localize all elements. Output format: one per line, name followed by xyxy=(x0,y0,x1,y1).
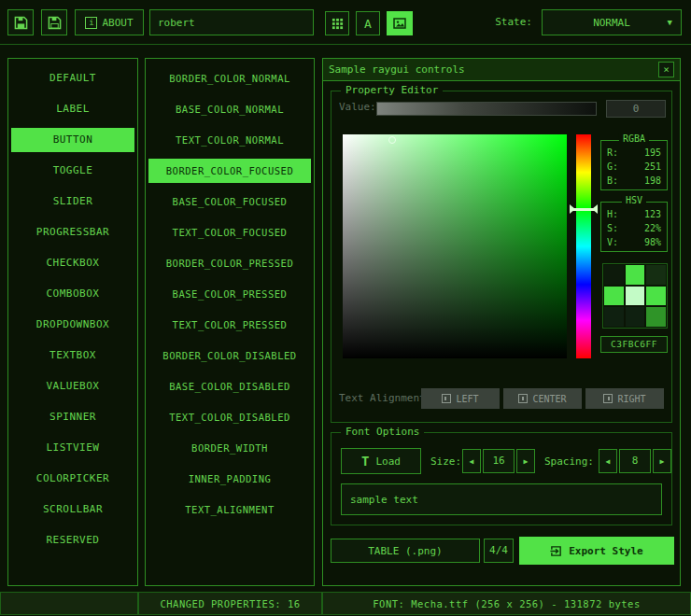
list-item-base-color-disabled[interactable]: BASE_COLOR_DISABLED xyxy=(148,374,311,399)
rguistyler-app: i ABOUT A State: NORMAL ▼ DEFAULTLABELBU… xyxy=(0,0,691,616)
value-slider[interactable] xyxy=(376,102,597,116)
list-item-border-color-normal[interactable]: BORDER_COLOR_NORMAL xyxy=(148,66,311,91)
h-value: 123 xyxy=(644,207,661,221)
spacing-increment-button[interactable]: ▶ xyxy=(653,449,671,473)
rgba-values-box: RGBA R:195 G:251 B:198 xyxy=(600,140,668,190)
list-item-listview[interactable]: LISTVIEW xyxy=(11,436,134,460)
load-font-label: Load xyxy=(375,455,401,468)
r-label: R: xyxy=(607,146,618,160)
about-button[interactable]: i ABOUT xyxy=(75,9,144,35)
list-item-dropdownbox[interactable]: DROPDOWNBOX xyxy=(11,313,134,337)
list-item-label[interactable]: LABEL xyxy=(11,97,134,121)
list-item-checkbox[interactable]: CHECKBOX xyxy=(11,251,134,275)
list-item-textbox[interactable]: TEXTBOX xyxy=(11,343,134,368)
list-item-base-color-focused[interactable]: BASE_COLOR_FOCUSED xyxy=(148,189,311,214)
close-icon[interactable]: × xyxy=(658,62,674,77)
palette-cell[interactable] xyxy=(646,307,666,327)
list-item-scrollbar[interactable]: SCROLLBAR xyxy=(11,497,134,522)
hsv-title: HSV xyxy=(622,195,646,205)
list-item-border-color-focused[interactable]: BORDER_COLOR_FOCUSED xyxy=(148,159,311,183)
list-item-base-color-normal[interactable]: BASE_COLOR_NORMAL xyxy=(148,97,311,121)
list-item-text-color-disabled[interactable]: TEXT_COLOR_DISABLED xyxy=(148,405,311,429)
color-picker-panel[interactable] xyxy=(343,134,567,358)
save-style-button[interactable] xyxy=(41,9,67,35)
status-left-segment xyxy=(0,592,138,615)
v-value: 98% xyxy=(644,235,661,249)
r-value: 195 xyxy=(644,146,661,160)
size-decrement-button[interactable]: ◀ xyxy=(462,449,481,473)
value-box[interactable]: 0 xyxy=(606,100,666,118)
list-item-valuebox[interactable]: VALUEBOX xyxy=(11,374,134,399)
hue-slider-handle[interactable] xyxy=(570,208,598,211)
align-left-button[interactable]: LEFT xyxy=(421,388,500,409)
list-item-border-color-disabled[interactable]: BORDER_COLOR_DISABLED xyxy=(148,343,311,368)
list-item-spinner[interactable]: SPINNER xyxy=(11,405,134,429)
spacing-decrement-button[interactable]: ◀ xyxy=(599,449,617,473)
s-label: S: xyxy=(607,221,618,235)
style-name-input[interactable] xyxy=(149,9,314,35)
hex-color-value[interactable]: C3FBC6FF xyxy=(600,336,668,353)
palette-cell[interactable] xyxy=(626,287,645,306)
list-item-border-color-pressed[interactable]: BORDER_COLOR_PRESSED xyxy=(148,251,311,275)
properties-list-panel: BORDER_COLOR_NORMALBASE_COLOR_NORMALTEXT… xyxy=(145,58,315,586)
style-color-palette xyxy=(602,263,668,329)
align-center-button[interactable]: CENTER xyxy=(503,388,582,409)
spacing-value-box[interactable]: 8 xyxy=(619,449,651,473)
spacing-label: Spacing: xyxy=(544,455,594,468)
export-style-button[interactable]: Export Style xyxy=(519,537,674,565)
list-item-colorpicker[interactable]: COLORPICKER xyxy=(11,467,134,491)
window-title: Sample raygui controls xyxy=(329,63,658,76)
list-item-default[interactable]: DEFAULT xyxy=(11,66,134,91)
about-button-label: ABOUT xyxy=(102,17,133,29)
list-item-inner-padding[interactable]: INNER_PADDING xyxy=(148,467,311,491)
text-alignment-label: Text Alignment: xyxy=(339,392,431,404)
window-titlebar[interactable]: Sample raygui controls × xyxy=(323,59,680,81)
palette-cell[interactable] xyxy=(646,265,666,285)
palette-cell[interactable] xyxy=(626,307,645,327)
palette-cell[interactable] xyxy=(626,265,645,285)
arrow-left-icon: ◀ xyxy=(470,457,474,466)
palette-cell[interactable] xyxy=(646,287,666,306)
b-label: B: xyxy=(607,174,618,188)
palette-cell[interactable] xyxy=(604,265,624,285)
hue-bar[interactable] xyxy=(576,134,591,358)
v-label: V: xyxy=(607,235,618,249)
sample-controls-window: Sample raygui controls × Property Editor… xyxy=(322,58,681,586)
color-picker-cursor[interactable] xyxy=(388,136,396,144)
list-item-combobox[interactable]: COMBOBOX xyxy=(11,282,134,306)
b-value: 198 xyxy=(644,174,661,188)
font-options-title: Font Options xyxy=(341,426,424,438)
size-value-box[interactable]: 16 xyxy=(483,449,515,473)
font-options-group: Font Options T Load Size: ◀ 16 ▶ Spacing… xyxy=(331,432,672,525)
list-item-toggle[interactable]: TOGGLE xyxy=(11,159,134,183)
font-atlas-button[interactable]: A xyxy=(356,11,380,35)
list-item-text-alignment[interactable]: TEXT_ALIGNMENT xyxy=(148,497,311,522)
export-format-label: TABLE (.png) xyxy=(368,545,442,557)
control-preview-button[interactable] xyxy=(387,11,413,35)
list-item-slider[interactable]: SLIDER xyxy=(11,189,134,214)
list-item-reserved[interactable]: RESERVED xyxy=(11,528,134,553)
palette-cell[interactable] xyxy=(604,307,624,327)
text-t-icon: T xyxy=(361,454,369,469)
style-table-button[interactable] xyxy=(325,11,349,35)
list-item-border-width[interactable]: BORDER_WIDTH xyxy=(148,436,311,460)
palette-cell[interactable] xyxy=(604,287,624,306)
list-item-button[interactable]: BUTTON xyxy=(11,128,134,152)
list-item-text-color-normal[interactable]: TEXT_COLOR_NORMAL xyxy=(148,128,311,152)
hsv-values-box: HSV H:123 S:22% V:98% xyxy=(600,202,668,252)
s-value: 22% xyxy=(644,221,661,235)
status-font-info: FONT: Mecha.ttf (256 x 256) - 131872 byt… xyxy=(322,592,691,615)
load-font-button[interactable]: T Load xyxy=(341,448,421,474)
align-right-button[interactable]: RIGHT xyxy=(585,388,664,409)
export-style-label: Export Style xyxy=(569,545,642,557)
value-label: Value: xyxy=(339,101,376,113)
list-item-text-color-focused[interactable]: TEXT_COLOR_FOCUSED xyxy=(148,220,311,245)
sample-text-input[interactable] xyxy=(341,483,662,515)
list-item-base-color-pressed[interactable]: BASE_COLOR_PRESSED xyxy=(148,282,311,306)
state-dropdown[interactable]: NORMAL ▼ xyxy=(542,9,682,35)
list-item-progressbar[interactable]: PROGRESSBAR xyxy=(11,220,134,245)
load-style-button[interactable] xyxy=(7,9,34,35)
export-format-button[interactable]: TABLE (.png) xyxy=(331,539,480,563)
list-item-text-color-pressed[interactable]: TEXT_COLOR_PRESSED xyxy=(148,313,311,337)
size-increment-button[interactable]: ▶ xyxy=(516,449,535,473)
